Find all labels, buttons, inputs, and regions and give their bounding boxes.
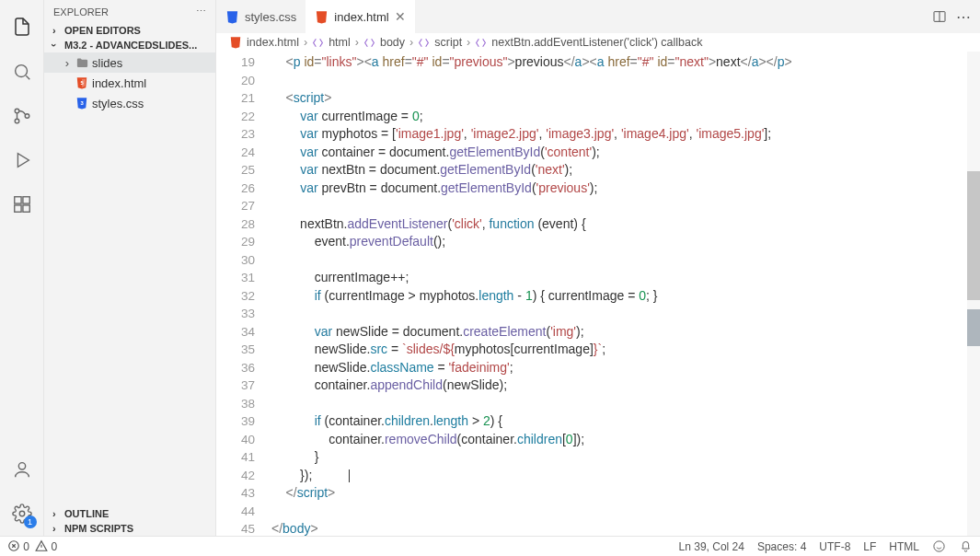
settings-badge: 1 — [24, 515, 37, 528]
code-content[interactable]: <p id="links"><a href="#" id="previous">… — [271, 52, 980, 536]
tab-bar: styles.css index.html ✕ ⋯ — [216, 0, 980, 33]
scroll-thumb[interactable] — [967, 171, 980, 300]
language-mode[interactable]: HTML — [889, 540, 919, 553]
css-file-icon — [225, 10, 239, 24]
tab-styles[interactable]: styles.css — [216, 0, 306, 33]
svg-point-2 — [15, 119, 19, 123]
tree-file-index[interactable]: 5 index.html — [44, 73, 215, 93]
sidebar-title: EXPLORER — [53, 6, 109, 17]
sidebar-more-icon[interactable]: ⋯ — [196, 6, 206, 17]
css-file-icon: 3 — [74, 97, 90, 110]
tab-index[interactable]: index.html ✕ — [306, 0, 414, 33]
settings-icon[interactable]: 1 — [9, 501, 35, 527]
html-file-icon — [315, 10, 329, 24]
chevron-right-icon: › — [52, 508, 56, 519]
breadcrumb[interactable]: index.html› html› body› script› nextBtn.… — [216, 33, 980, 52]
line-number-gutter: 1920212223242526272829303132333435363738… — [216, 52, 271, 536]
symbol-icon — [475, 37, 487, 49]
svg-point-14 — [934, 541, 944, 551]
search-icon[interactable] — [9, 59, 35, 85]
activity-bar: 1 — [0, 0, 44, 536]
symbol-icon — [418, 37, 430, 49]
svg-rect-4 — [14, 197, 20, 203]
chevron-right-icon: › — [61, 56, 74, 70]
tree-folder-slides[interactable]: › slides — [44, 52, 215, 73]
open-editors-section[interactable]: › OPEN EDITORS — [44, 23, 215, 38]
outline-section[interactable]: › OUTLINE — [44, 506, 215, 521]
source-control-icon[interactable] — [9, 103, 35, 129]
html-file-icon: 5 — [74, 76, 90, 89]
chevron-down-icon: › — [49, 43, 60, 47]
html-file-icon — [229, 36, 242, 49]
eol-mode[interactable]: LF — [863, 540, 876, 553]
status-bar: 0 0 Ln 39, Col 24 Spaces: 4 UTF-8 LF HTM… — [0, 536, 980, 556]
svg-rect-6 — [22, 205, 29, 212]
extensions-icon[interactable] — [9, 191, 35, 217]
close-icon[interactable]: ✕ — [395, 9, 406, 24]
svg-rect-5 — [14, 205, 20, 212]
error-count[interactable]: 0 — [7, 539, 29, 553]
warning-count[interactable]: 0 — [35, 539, 57, 553]
chevron-right-icon: › — [52, 25, 56, 36]
tree-file-styles[interactable]: 3 styles.css — [44, 93, 215, 113]
svg-point-1 — [15, 109, 19, 113]
debug-icon[interactable] — [9, 147, 35, 173]
account-icon[interactable] — [9, 457, 35, 482]
split-editor-icon[interactable] — [932, 9, 947, 24]
sidebar: EXPLORER ⋯ › OPEN EDITORS › M3.2 - ADVAN… — [44, 0, 216, 536]
file-encoding[interactable]: UTF-8 — [819, 540, 850, 553]
svg-point-8 — [18, 463, 25, 469]
code-editor[interactable]: 1920212223242526272829303132333435363738… — [216, 52, 980, 536]
chevron-right-icon: › — [52, 523, 56, 534]
svg-point-9 — [19, 511, 25, 516]
more-actions-icon[interactable]: ⋯ — [956, 8, 971, 26]
svg-point-3 — [25, 114, 29, 119]
symbol-icon — [312, 37, 324, 49]
scrollbar[interactable] — [967, 52, 980, 536]
workspace-section[interactable]: › M3.2 - ADVANCEDSLIDES... — [44, 38, 215, 52]
minimap-highlight — [967, 309, 980, 346]
cursor-position[interactable]: Ln 39, Col 24 — [679, 540, 744, 553]
symbol-icon — [363, 37, 375, 49]
svg-rect-7 — [22, 197, 29, 203]
svg-point-0 — [15, 65, 27, 77]
explorer-icon[interactable] — [9, 15, 35, 41]
npm-scripts-section[interactable]: › NPM SCRIPTS — [44, 521, 215, 536]
folder-icon — [74, 56, 90, 70]
feedback-icon[interactable] — [932, 539, 946, 553]
indent-spaces[interactable]: Spaces: 4 — [757, 540, 806, 553]
bell-icon[interactable] — [959, 539, 973, 553]
